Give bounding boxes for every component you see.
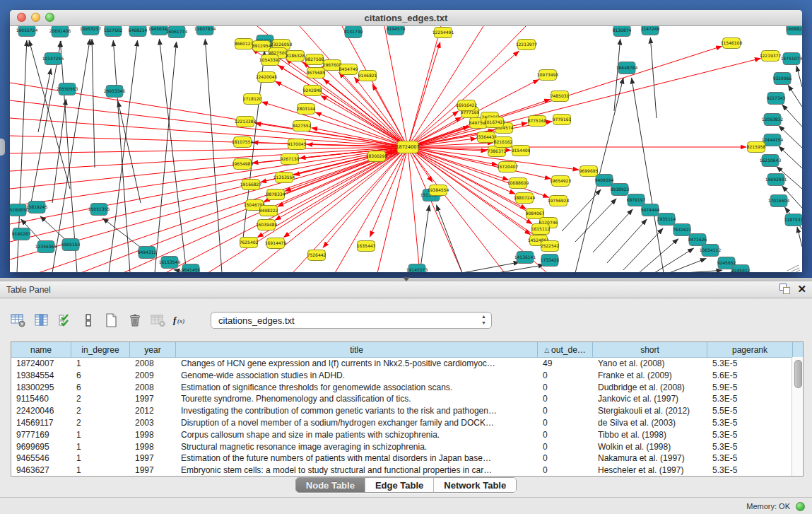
table-cell[interactable]: 1 [71, 465, 130, 477]
graph-node-cited[interactable]: 16210643 [760, 155, 782, 167]
table-cell[interactable]: 14569117 [11, 417, 71, 429]
table-row[interactable]: 1938455462009Genome-wide association stu… [11, 370, 803, 382]
graph-node-cited[interactable]: 9245012 [731, 265, 751, 273]
table-cell[interactable]: Stergiakouli et al. (2012) [593, 405, 707, 417]
graph-node-reference[interactable]: 12254491 [433, 28, 454, 38]
table-cell[interactable]: 5.3E-5 [707, 358, 793, 370]
table-cell[interactable]: Changes of HCN gene expression and I(f) … [176, 358, 538, 370]
table-cell[interactable]: 1 [71, 429, 130, 441]
table-cell[interactable]: de Silva et al. (2003) [593, 417, 707, 429]
table-cell[interactable]: 9699695 [11, 441, 71, 453]
graph-node-reference[interactable]: 18807249 [514, 193, 536, 204]
table-cell[interactable]: Investigating the contribution of common… [176, 405, 538, 417]
graph-node-cited[interactable]: 2935114 [657, 214, 676, 226]
table-cell[interactable]: 6 [71, 370, 130, 382]
column-visibility-icon[interactable] [32, 310, 52, 330]
graph-node-reference[interactable]: 8775168 [528, 116, 547, 127]
table-cell[interactable]: 0 [538, 405, 593, 417]
graph-node-reference[interactable]: 11353554 [273, 173, 295, 183]
column-header-year[interactable]: year [130, 342, 176, 357]
table-cell[interactable]: Hescheler et al. (1997) [593, 465, 707, 477]
graph-node-cited[interactable]: 2147249 [641, 26, 660, 35]
table-cell[interactable]: Disruption of a novel member of a sodium… [176, 417, 538, 429]
table-cell[interactable]: 5.3E-5 [707, 465, 793, 477]
graph-node-cited[interactable]: 10953237 [80, 26, 102, 35]
table-cell[interactable]: 5.9E-5 [707, 382, 793, 394]
graph-node-cited[interactable]: 8471626 [688, 234, 707, 246]
graph-node-reference[interactable]: 19756928 [548, 196, 570, 206]
graph-node-hub[interactable]: 18724007 [396, 141, 419, 153]
tab-edge-table[interactable]: Edge Table [365, 478, 434, 492]
graph-node-reference[interactable]: 8454749 [339, 64, 358, 75]
graph-node-reference[interactable]: 19654983 [232, 159, 254, 170]
table-cell[interactable]: Yano et al. (2008) [593, 358, 707, 370]
graph-node-cited[interactable]: 8194579 [387, 26, 406, 35]
table-cell[interactable]: 0 [538, 370, 593, 382]
table-cell[interactable]: Genome-wide association studies in ADHD. [176, 370, 538, 382]
graph-node-cited[interactable]: 12093832 [762, 114, 784, 126]
table-row[interactable]: 1456911722003Disruption of a novel membe… [11, 417, 803, 429]
graph-node-reference[interactable]: 12219377 [760, 51, 782, 62]
table-row[interactable]: 946554611997Estimation of the future num… [11, 452, 803, 465]
table-cell[interactable]: 18724007 [11, 358, 71, 370]
network-view-canvas[interactable]: 1905572420691406109532371527602646821419… [10, 26, 802, 272]
graph-node-cited[interactable]: 9474444 [641, 204, 660, 216]
graph-node-reference[interactable]: 16914479 [265, 238, 287, 249]
table-cell[interactable]: Estimation of the future numbers of pati… [176, 452, 538, 465]
table-cell[interactable]: 0 [538, 393, 593, 405]
graph-node-reference[interactable]: 2718120 [243, 94, 262, 105]
table-cell[interactable]: Nakamura et al. (1997) [593, 452, 707, 465]
vertical-scrollbar[interactable] [792, 357, 803, 476]
delete-table-icon[interactable] [148, 310, 168, 330]
graph-node-reference[interactable]: 3675685 [307, 68, 326, 78]
graph-node-cited[interactable]: 10654112 [700, 245, 722, 257]
table-cell[interactable]: 5.3E-5 [707, 452, 793, 465]
graph-node-reference[interactable]: 10167427 [484, 117, 506, 128]
table-row[interactable]: 1872400712008Changes of HCN gene express… [11, 358, 803, 370]
graph-node-reference[interactable]: 19384554 [428, 185, 449, 196]
graph-node-cited[interactable]: 19055724 [16, 26, 38, 37]
table-cell[interactable]: 5.3E-5 [707, 429, 793, 441]
graph-node-cited[interactable]: 8130874 [613, 26, 632, 37]
graph-node-cited[interactable]: 5905153 [61, 239, 81, 251]
graph-node-cited[interactable]: 8131739 [344, 26, 363, 38]
graph-node-reference[interactable]: 7526442 [307, 250, 326, 261]
table-cell[interactable]: 2008 [130, 358, 176, 370]
graph-node-cited[interactable]: 15751074 [781, 53, 802, 65]
table-cell[interactable]: 2 [71, 405, 130, 417]
graph-node-reference[interactable]: 10688609 [507, 178, 529, 189]
graph-node-reference[interactable]: 8215958 [747, 142, 766, 153]
graph-node-cited[interactable]: 20691406 [49, 26, 71, 37]
graph-node-reference[interactable]: 10973493 [537, 70, 559, 81]
graph-node-reference[interactable]: 16039489 [256, 220, 278, 230]
table-cell[interactable]: 18300295 [11, 382, 71, 394]
graph-node-cited[interactable]: 19145573 [406, 264, 428, 273]
graph-node-reference[interactable]: 9146821 [358, 71, 377, 81]
graph-node-reference[interactable]: 12213383 [235, 117, 257, 127]
tab-node-table[interactable]: Node Table [296, 478, 365, 492]
zoom-window-button[interactable] [45, 13, 54, 22]
graph-node-cited[interactable]: 20550563 [57, 83, 78, 95]
table-cell[interactable]: Estimation of significance thresholds fo… [176, 382, 538, 394]
table-cell[interactable]: 1 [71, 441, 130, 453]
table-cell[interactable]: Embryonic stem cells: a model to study s… [176, 465, 538, 477]
table-cell[interactable]: 1997 [130, 452, 176, 465]
graph-node-cited[interactable]: 1527602 [104, 26, 123, 37]
table-cell[interactable]: 5.3E-5 [707, 393, 793, 405]
table-selector-dropdown[interactable]: citations_edges.txt ▲▼ [211, 312, 492, 329]
graph-node-cited[interactable]: 15051355 [88, 204, 110, 216]
graph-node-cited[interactable]: 15819245 [26, 201, 48, 214]
column-header-pagerank[interactable]: pagerank [707, 342, 793, 357]
graph-node-reference[interactable]: 18300295 [366, 151, 388, 162]
table-cell[interactable]: 5.3E-5 [707, 441, 793, 453]
table-cell[interactable]: 49 [538, 358, 593, 370]
table-cell[interactable]: 9115460 [11, 393, 71, 405]
graph-node-reference[interactable]: 1615112 [531, 224, 551, 235]
table-cell[interactable]: Structural magnetic resonance image aver… [176, 441, 538, 453]
table-row[interactable]: 2242004622012Investigating the contribut… [11, 405, 803, 417]
graph-node-cited[interactable]: 9409594 [595, 175, 614, 187]
table-cell[interactable]: 9463627 [11, 465, 71, 477]
graph-node-reference[interactable]: 9779161 [553, 115, 572, 125]
column-header-title[interactable]: title [176, 342, 538, 357]
graph-node-cited[interactable]: 9190287 [12, 228, 31, 240]
